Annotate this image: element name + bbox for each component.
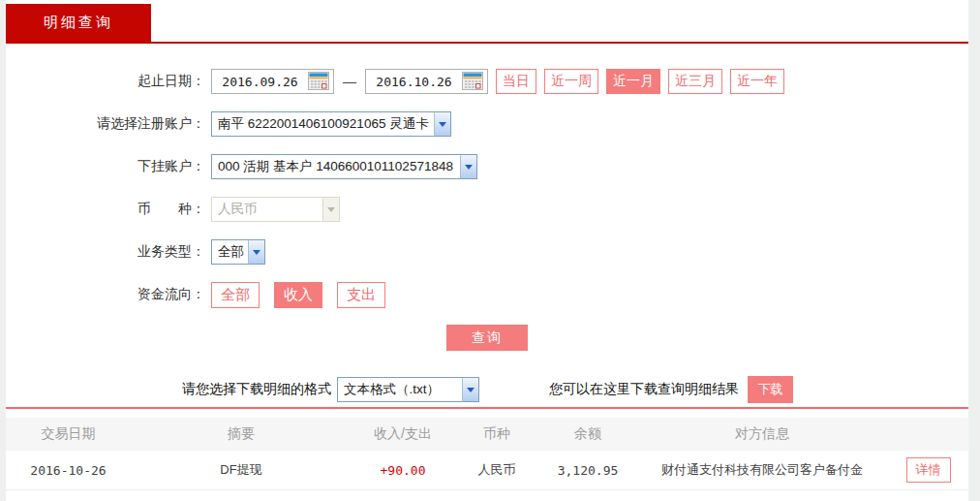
download-hint: 您可以在这里下载查询明细结果 (549, 381, 739, 398)
cell-amount: +90.00 (352, 463, 454, 478)
quick-range-month-button[interactable]: 近一月 (606, 69, 660, 94)
sub-account-value: 000 活期 基本户 1406600101102571848 (212, 155, 460, 178)
fund-flow-row: 资金流向： 全部 收入 支出 (6, 282, 968, 307)
detail-query-page: 明细查询 起止日期： 2016.09.26 (6, 0, 968, 501)
column-header-currency: 币种 (454, 425, 539, 443)
cell-action: 详情 (888, 457, 968, 483)
detail-button[interactable]: 详情 (906, 457, 951, 483)
sub-account-label: 下挂账户： (6, 158, 205, 175)
download-button[interactable]: 下载 (748, 376, 793, 403)
start-date-calendar-icon[interactable] (308, 72, 331, 92)
fund-flow-label: 资金流向： (6, 286, 205, 303)
date-range-row: 起止日期： 2016.09.26 (6, 69, 968, 94)
tab-label: 明细查询 (44, 14, 113, 32)
end-date-input[interactable]: 2016.10.26 (365, 69, 488, 94)
registered-account-select[interactable]: 南平 6222001406100921065 灵通卡 (211, 111, 451, 137)
column-header-balance: 余额 (539, 425, 636, 443)
fund-flow-income-button[interactable]: 收入 (274, 282, 322, 308)
chevron-down-icon (322, 198, 339, 221)
sub-account-row: 下挂账户： 000 活期 基本户 1406600101102571848 (6, 154, 968, 179)
download-row: 请您选择下载明细的格式 文本格式（.txt） 您可以在这里下载查询明细结果 下载 (182, 376, 968, 403)
currency-row: 币 种： 人民币 (6, 197, 968, 222)
date-range-separator: — (343, 74, 356, 89)
cell-transaction-date: 2016-10-26 (6, 463, 131, 478)
cell-counterparty: 财付通支付科技有限公司客户备付金 (636, 461, 888, 479)
download-format-select[interactable]: 文本格式（.txt） (337, 377, 479, 402)
currency-value: 人民币 (212, 198, 322, 221)
table-header-row: 交易日期 摘要 收入/支出 币种 余额 对方信息 (6, 418, 968, 451)
chevron-down-icon[interactable] (462, 378, 478, 401)
chevron-down-icon[interactable] (248, 240, 264, 264)
download-format-label: 请您选择下载明细的格式 (182, 381, 331, 398)
business-type-value: 全部 (212, 240, 248, 264)
cell-currency: 人民币 (454, 461, 539, 479)
currency-select: 人民币 (211, 197, 340, 222)
business-type-select[interactable]: 全部 (211, 239, 265, 265)
business-type-row: 业务类型： 全部 (6, 239, 968, 265)
start-date-input[interactable]: 2016.09.26 (211, 69, 334, 94)
cell-summary: DF提现 (131, 461, 352, 479)
fund-flow-expense-button[interactable]: 支出 (337, 282, 385, 308)
column-header-summary: 摘要 (131, 425, 352, 443)
registered-account-value: 南平 6222001406100921065 灵通卡 (212, 112, 434, 136)
date-range-label: 起止日期： (6, 73, 205, 90)
chevron-down-icon[interactable] (434, 112, 450, 136)
query-button[interactable]: 查询 (446, 325, 528, 351)
fund-flow-all-button[interactable]: 全部 (211, 282, 260, 308)
cell-balance: 3,120.95 (539, 463, 636, 478)
download-format-value: 文本格式（.txt） (338, 378, 462, 401)
currency-label: 币 种： (6, 201, 205, 218)
tab-bar: 明细查询 (6, 0, 968, 44)
column-header-counterparty: 对方信息 (636, 425, 888, 443)
table-top-divider (6, 407, 968, 409)
table-row: 2016-10-26 DF提现 +90.00 人民币 3,120.95 财付通支… (6, 451, 968, 490)
column-header-date: 交易日期 (6, 425, 131, 443)
query-form: 起止日期： 2016.09.26 (6, 44, 968, 403)
business-type-label: 业务类型： (6, 243, 205, 261)
registered-account-row: 请选择注册账户： 南平 6222001406100921065 灵通卡 (6, 111, 968, 137)
registered-account-label: 请选择注册账户： (6, 115, 205, 133)
chevron-down-icon[interactable] (460, 155, 476, 178)
end-date-calendar-icon[interactable] (462, 72, 485, 92)
quick-range-today-button[interactable]: 当日 (496, 69, 536, 94)
quick-range-year-button[interactable]: 近一年 (730, 69, 784, 94)
quick-range-quarter-button[interactable]: 近三月 (668, 69, 722, 94)
sub-account-select[interactable]: 000 活期 基本户 1406600101102571848 (211, 154, 477, 179)
quick-range-week-button[interactable]: 近一周 (544, 69, 598, 94)
column-header-amount: 收入/支出 (352, 425, 454, 443)
tab-detail-query[interactable]: 明细查询 (6, 4, 151, 42)
start-date-value: 2016.09.26 (212, 75, 308, 89)
end-date-value: 2016.10.26 (366, 75, 462, 89)
